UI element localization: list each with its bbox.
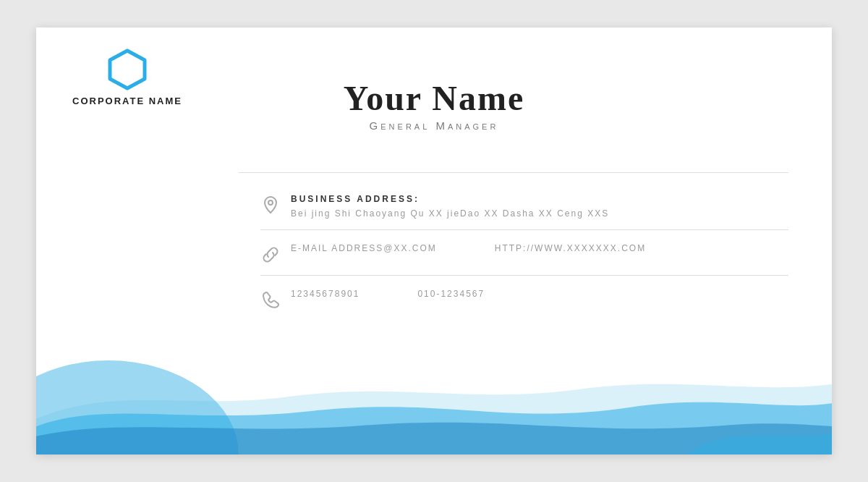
person-name: Your Name bbox=[344, 78, 524, 118]
business-card: CORPORATE NAME Your Name General Manager… bbox=[36, 28, 832, 454]
email-website-inline: E-MAIL ADDRESS@XX.COM HTTP://WWW.XXXXXXX… bbox=[291, 243, 646, 253]
address-value: Bei jing Shi Chaoyang Qu XX jieDao XX Da… bbox=[291, 208, 609, 219]
corporate-name: CORPORATE NAME bbox=[72, 96, 182, 106]
job-title: General Manager bbox=[344, 119, 524, 132]
link-icon bbox=[260, 245, 281, 265]
email-value: E-MAIL ADDRESS@XX.COM bbox=[291, 243, 437, 253]
website-value: HTTP://WWW.XXXXXXX.COM bbox=[495, 243, 646, 253]
waves-decoration bbox=[36, 281, 832, 454]
svg-point-1 bbox=[268, 200, 273, 205]
svg-marker-0 bbox=[110, 51, 145, 88]
name-divider bbox=[239, 172, 788, 173]
logo-area: CORPORATE NAME bbox=[72, 48, 182, 106]
address-label: BUSINESS ADDRESS: bbox=[291, 194, 788, 204]
email-website-row: E-MAIL ADDRESS@XX.COM HTTP://WWW.XXXXXXX… bbox=[260, 243, 788, 276]
address-text-block: BUSINESS ADDRESS: Bei jing Shi Chaoyang … bbox=[291, 194, 788, 219]
address-row: BUSINESS ADDRESS: Bei jing Shi Chaoyang … bbox=[260, 194, 788, 230]
name-area: Your Name General Manager bbox=[344, 78, 524, 132]
hexagon-logo-icon bbox=[106, 48, 149, 91]
location-icon bbox=[260, 195, 281, 216]
